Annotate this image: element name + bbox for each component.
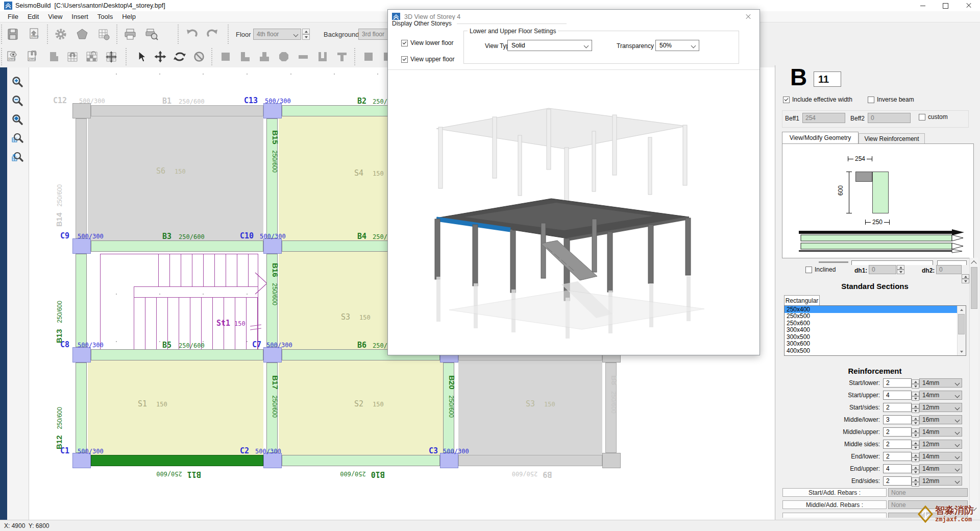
size-select[interactable]: 14mm: [919, 391, 962, 400]
checkbox-custom[interactable]: custom: [919, 113, 948, 120]
move-tool-button[interactable]: [151, 47, 169, 66]
undo-button[interactable]: [182, 25, 201, 44]
checkbox-icon[interactable]: [868, 96, 874, 103]
count-field[interactable]: 2: [883, 440, 912, 449]
section-extra1-button[interactable]: [359, 47, 378, 66]
section-U-button[interactable]: [313, 47, 332, 66]
count-stepper[interactable]: [912, 452, 919, 461]
count-stepper[interactable]: [912, 476, 919, 486]
section-item[interactable]: 250x500: [785, 313, 966, 320]
rotate-tool-button[interactable]: [170, 47, 189, 66]
scroll-thumb[interactable]: [958, 314, 965, 334]
count-field[interactable]: 4: [883, 391, 912, 400]
beam-B9-bg[interactable]: [458, 455, 602, 466]
column-C13[interactable]: [263, 103, 282, 118]
sections-listbox[interactable]: 250x400 250x500 250x600 300x400 300x500 …: [784, 305, 966, 356]
dwg-snap-button[interactable]: DWG: [23, 47, 42, 66]
count-stepper[interactable]: [912, 403, 919, 412]
section-bar-button[interactable]: [294, 47, 312, 66]
checkbox-inverse-beam[interactable]: Inverse beam: [868, 96, 914, 103]
grid-move-button[interactable]: [102, 47, 120, 66]
beam-B14-bg[interactable]: [76, 118, 87, 238]
size-select[interactable]: 12mm: [919, 476, 962, 486]
print-preview-button[interactable]: [142, 25, 161, 44]
section-square-button[interactable]: [216, 47, 235, 66]
count-stepper[interactable]: [912, 391, 919, 400]
print-button[interactable]: [120, 25, 140, 44]
no-snap-button[interactable]: [190, 47, 208, 66]
column-C9[interactable]: [72, 238, 91, 254]
beam-number-field[interactable]: 11: [814, 71, 841, 87]
view-type-select[interactable]: Solid: [507, 40, 592, 51]
menu-file[interactable]: File: [3, 12, 23, 21]
beam-B13[interactable]: [76, 254, 87, 347]
scroll-down-button[interactable]: [958, 348, 965, 355]
slab-S6-bg[interactable]: [88, 116, 263, 240]
size-select[interactable]: 12mm: [919, 403, 962, 412]
section-circle-button[interactable]: [275, 47, 293, 66]
count-field[interactable]: 4: [883, 464, 912, 473]
tab-rectangular[interactable]: Rectangular: [784, 295, 820, 306]
minimize-button[interactable]: [911, 0, 934, 11]
start-add-rebars-button[interactable]: Start/Add. Rebars :: [782, 488, 887, 497]
count-field[interactable]: 2: [883, 476, 912, 486]
dh1-field[interactable]: 0: [869, 265, 896, 274]
import-dwg-button[interactable]: DWG: [24, 25, 44, 44]
panel-scroll-up[interactable]: [970, 259, 977, 266]
floor-select[interactable]: 4th floor: [253, 29, 301, 40]
section-item[interactable]: 400x500: [785, 347, 966, 354]
section-item[interactable]: 250x400: [785, 306, 966, 313]
count-stepper[interactable]: [912, 440, 919, 449]
beam-B3[interactable]: [91, 240, 263, 252]
size-select[interactable]: 14mm: [919, 378, 962, 388]
checkbox-icon[interactable]: [401, 40, 408, 46]
size-select[interactable]: 12mm: [919, 440, 962, 449]
column-C10[interactable]: [263, 238, 282, 254]
count-field[interactable]: 2: [883, 378, 912, 388]
checkbox-include-effective-width[interactable]: Include effective width: [783, 96, 852, 103]
size-select[interactable]: 14mm: [919, 427, 962, 437]
checkbox-view-lower-floor[interactable]: View lower floor: [401, 39, 453, 46]
grid-settings-button[interactable]: [94, 25, 113, 44]
tab-view-modify-geometry[interactable]: View/Modify Geometry: [782, 132, 859, 143]
section-item[interactable]: 300x400: [785, 327, 966, 334]
beam-B10[interactable]: [282, 455, 440, 466]
panel-scroll-thumb[interactable]: [971, 267, 977, 309]
dh2-field[interactable]: 0: [936, 265, 962, 274]
column-bg-right-row4[interactable]: [602, 453, 621, 468]
size-select[interactable]: 16mm: [919, 415, 962, 424]
beam-B5[interactable]: [91, 349, 263, 360]
settings-gear-button[interactable]: [51, 25, 70, 44]
building-shape-button[interactable]: [72, 25, 92, 44]
size-select[interactable]: 14mm: [919, 452, 962, 461]
list-scrollbar[interactable]: [957, 306, 966, 355]
count-stepper[interactable]: [912, 464, 919, 473]
beff2-field[interactable]: 0: [868, 113, 911, 123]
section-item[interactable]: 300x600: [785, 341, 966, 348]
zoom-out-button[interactable]: [9, 92, 26, 109]
count-stepper[interactable]: [912, 427, 919, 437]
floor-step-up[interactable]: [302, 29, 310, 34]
checkbox-icon[interactable]: [805, 267, 812, 273]
size-select[interactable]: 14mm: [919, 464, 962, 473]
menu-edit[interactable]: Edit: [23, 12, 43, 21]
zoom-in-button[interactable]: [9, 74, 26, 90]
grid-arch-button[interactable]: [63, 47, 82, 66]
dialog-close-button[interactable]: [737, 10, 760, 24]
checkbox-icon[interactable]: [401, 56, 408, 63]
menu-help[interactable]: Help: [117, 12, 140, 21]
checkbox-icon[interactable]: [783, 96, 790, 103]
select-cursor-button[interactable]: [132, 47, 150, 66]
zoom-window-button[interactable]: [9, 130, 26, 147]
section-item[interactable]: 250x600: [785, 320, 966, 327]
dh1-stepper[interactable]: [897, 265, 904, 274]
checkbox-icon[interactable]: [919, 114, 925, 120]
dwg-view-button[interactable]: DWG: [3, 47, 21, 66]
middle-add-rebars-button[interactable]: Middle/Add. Rebars :: [782, 500, 887, 509]
transparency-select[interactable]: 50%: [655, 40, 699, 51]
zoom-extents-button[interactable]: [9, 111, 26, 128]
beam-B11-selected[interactable]: [91, 455, 263, 466]
section-item[interactable]: 300x500: [785, 333, 966, 341]
beam-B12[interactable]: [76, 363, 87, 453]
zoom-previous-button[interactable]: [9, 149, 26, 165]
